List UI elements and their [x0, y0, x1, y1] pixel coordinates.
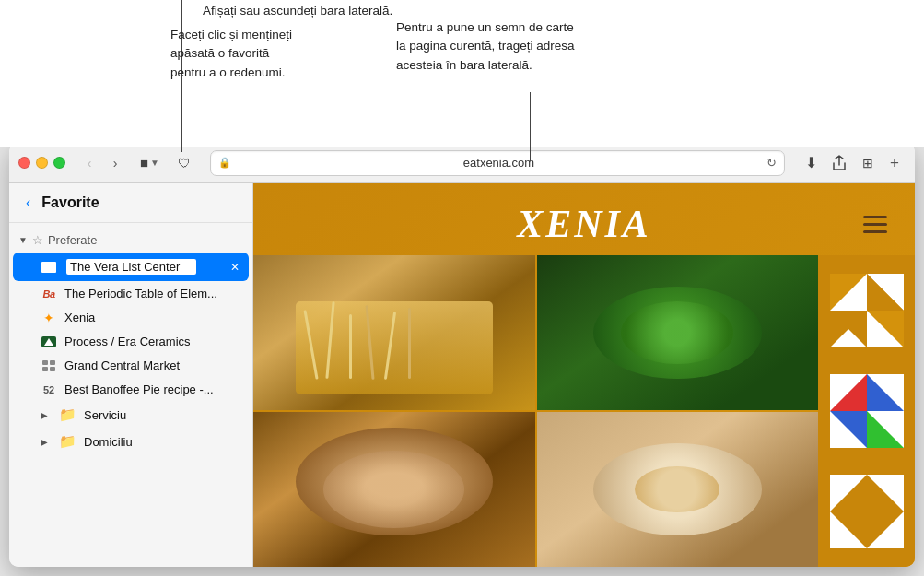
toolbar-right: ⬇ ⊞ + [798, 150, 906, 176]
svg-rect-2 [50, 360, 55, 365]
folder-label-domiciliu: Domiciliu [84, 435, 133, 449]
xenia-navbar: XENiA [253, 183, 915, 255]
hamburger-menu[interactable] [863, 216, 887, 233]
addr-vline [530, 92, 531, 161]
sidebar-item-periodic-table[interactable]: Ba The Periodic Table of Elem... [13, 282, 249, 305]
sidebar-item-serviciu[interactable]: ▶ 📁 Serviciu [13, 402, 249, 428]
star-orange-icon: ✦ [41, 312, 57, 324]
sidebar-section-header[interactable]: ▼ ☆ Preferate [9, 229, 252, 252]
food-salad [537, 255, 819, 410]
minimize-button[interactable] [36, 157, 48, 169]
ba-icon: Ba [41, 288, 57, 300]
food-main-dish [253, 412, 535, 567]
sidebar-title: Favorite [41, 194, 99, 211]
nav-right [685, 216, 887, 233]
shield-button[interactable]: 🛡 [171, 150, 197, 176]
sidebar-item-vera-list[interactable]: ✕ [13, 253, 249, 281]
food-grid [253, 255, 818, 567]
pinwheel-bottom [830, 475, 904, 548]
forward-button[interactable]: › [102, 150, 128, 176]
sidebar-toggle-button[interactable]: ■ ▼ [135, 152, 164, 173]
traffic-lights [18, 157, 65, 169]
folder-icon-serviciu: 📁 [59, 406, 76, 423]
sidebar-item-domiciliu[interactable]: ▶ 📁 Domiciliu [13, 429, 249, 454]
sidebar-list: ▼ ☆ Preferate ✕ Ba The P [9, 223, 252, 567]
hamburger-line-1 [863, 216, 887, 218]
process-icon [41, 335, 57, 348]
geo-pattern-panel [818, 255, 915, 567]
folder-arrow-domiciliu: ▶ [41, 437, 48, 447]
grand-central-label: Grand Central Market [64, 359, 240, 372]
annotation-sidebar-toggle: Afișați sau ascundeți bara laterală. [203, 2, 392, 20]
add-tab-button[interactable]: + [883, 152, 906, 174]
address-text: eatxenia.com [236, 156, 762, 170]
hamburger-line-2 [863, 223, 887, 226]
sidebar-back-button[interactable]: ‹ [22, 193, 34, 213]
svg-rect-3 [42, 367, 48, 371]
nav-buttons: ‹ › [76, 150, 128, 176]
title-bar: ‹ › ■ ▼ 🛡 🔒 eatxenia.com ↻ ⬇ ⊞ + [9, 143, 915, 183]
xenia-label: Xenia [64, 311, 240, 324]
folder-label-serviciu: Serviciu [84, 408, 126, 422]
close-button[interactable] [18, 157, 30, 169]
grid-icon [41, 359, 57, 372]
xenia-hero: XENiA [253, 183, 915, 567]
item-close-icon[interactable]: ✕ [230, 261, 240, 274]
svg-marker-0 [44, 338, 53, 346]
annotation-bookmark-drag: Pentru a pune un semn de carte la pagina… [396, 18, 575, 75]
process-era-label: Process / Era Ceramics [64, 335, 240, 348]
sidebar-toggle-icon: ■ [140, 155, 148, 170]
lock-icon: 🔒 [218, 157, 231, 169]
web-content: XENiA [253, 183, 915, 567]
sidebar-header: ‹ Favorite [9, 183, 252, 223]
tabs-grid-button[interactable]: ⊞ [855, 150, 881, 176]
download-button[interactable]: ⬇ [798, 150, 824, 176]
section-chevron-icon: ▼ [18, 235, 28, 245]
svg-rect-1 [42, 360, 48, 365]
section-label: Preferate [48, 233, 97, 247]
svg-rect-4 [50, 367, 55, 371]
periodic-table-label: The Periodic Table of Elem... [64, 287, 240, 300]
food-fries [253, 255, 535, 410]
sidebar-item-process-era[interactable]: Process / Era Ceramics [13, 330, 249, 353]
sidebar-item-xenia[interactable]: ✦ Xenia [13, 306, 249, 329]
folder-arrow-serviciu: ▶ [41, 410, 48, 420]
flag-icon [41, 261, 57, 274]
address-bar[interactable]: 🔒 eatxenia.com ↻ [210, 150, 785, 176]
sidebar-item-grand-central[interactable]: Grand Central Market [13, 354, 249, 377]
52-icon: 52 [41, 383, 57, 396]
maximize-button[interactable] [53, 157, 65, 169]
xenia-logo: XENiA [483, 202, 684, 246]
pinwheel-middle [830, 374, 904, 448]
browser-window: ‹ › ■ ▼ 🛡 🔒 eatxenia.com ↻ ⬇ ⊞ + [9, 143, 915, 567]
annotation-area: Afișați sau ascundeți bara laterală. Fac… [0, 0, 924, 147]
back-button[interactable]: ‹ [76, 150, 102, 176]
rename-input[interactable] [64, 257, 198, 276]
reload-button[interactable]: ↻ [766, 156, 777, 170]
pinwheel-top [830, 274, 904, 347]
sidebar-toggle-chevron: ▼ [150, 158, 159, 168]
sidebar: ‹ Favorite ▼ ☆ Preferate ✕ [9, 183, 253, 567]
hamburger-line-3 [863, 230, 887, 233]
banoffee-label: Best Banoffee Pie recipe -... [64, 382, 240, 396]
food-area [253, 255, 915, 567]
main-content: ‹ Favorite ▼ ☆ Preferate ✕ [9, 183, 915, 567]
annotation-fav-rename: Faceți clic și mențineți apăsată o favor… [170, 26, 292, 82]
sidebar-item-banoffee[interactable]: 52 Best Banoffee Pie recipe -... [13, 378, 249, 401]
section-star-icon: ☆ [32, 233, 43, 247]
food-dip [537, 412, 819, 567]
folder-icon-domiciliu: 📁 [59, 433, 76, 450]
share-button[interactable] [826, 150, 852, 176]
